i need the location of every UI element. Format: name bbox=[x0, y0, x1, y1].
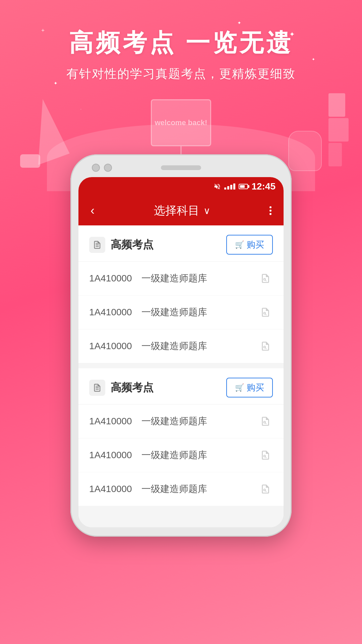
svg-line-3 bbox=[265, 314, 266, 315]
item-search-icon-1-3 bbox=[258, 339, 273, 354]
battery-icon bbox=[239, 184, 248, 189]
list-item-1-2[interactable]: 1A410000 一级建造师题库 bbox=[78, 296, 284, 329]
list-item-2-1[interactable]: 1A410000 一级建造师题库 bbox=[78, 405, 284, 438]
svg-line-11 bbox=[265, 491, 266, 492]
phone-mockup: 12:45 ‹ 选择科目 ∨ bbox=[70, 154, 292, 537]
svg-point-10 bbox=[264, 489, 265, 491]
phone-camera-1 bbox=[92, 164, 100, 172]
section-2-icon bbox=[89, 380, 105, 396]
svg-point-8 bbox=[264, 455, 265, 457]
item-text-2-3: 1A410000 一级建造师题库 bbox=[89, 483, 207, 495]
item-search-icon-2-1 bbox=[258, 414, 273, 429]
phone-camera-2 bbox=[104, 164, 112, 172]
hero-subtitle: 有针对性的学习真题考点，更精炼更细致 bbox=[66, 66, 296, 82]
section-1-title-area: 高频考点 bbox=[89, 237, 154, 253]
item-search-icon-1-2 bbox=[258, 305, 273, 320]
signal-icon bbox=[224, 183, 235, 190]
buy-button-1[interactable]: 🛒 购买 bbox=[226, 235, 273, 255]
dot-1 bbox=[269, 206, 272, 208]
item-search-icon-2-2 bbox=[258, 448, 273, 463]
svg-point-0 bbox=[264, 278, 265, 280]
phone-top-bar bbox=[78, 164, 284, 177]
dot-2 bbox=[269, 210, 272, 212]
section-1: 高频考点 🛒 购买 1A410000 一级建造师题库 bbox=[78, 225, 284, 363]
phone-speaker bbox=[161, 165, 201, 170]
item-search-icon-2-3 bbox=[258, 482, 273, 496]
section-2-header: 高频考点 🛒 购买 bbox=[78, 368, 284, 405]
svg-line-9 bbox=[265, 457, 266, 458]
item-text-1-3: 1A410000 一级建造师题库 bbox=[89, 340, 207, 353]
list-item-1-1[interactable]: 1A410000 一级建造师题库 bbox=[78, 262, 284, 296]
app-header: ‹ 选择科目 ∨ bbox=[78, 196, 284, 225]
svg-point-2 bbox=[264, 312, 265, 314]
content-area: 高频考点 🛒 购买 1A410000 一级建造师题库 bbox=[78, 225, 284, 527]
books-illustration bbox=[328, 93, 349, 168]
status-icons: 12:45 bbox=[214, 181, 276, 192]
section-1-header: 高频考点 🛒 购买 bbox=[78, 225, 284, 262]
welcome-back-text: welcome back! bbox=[155, 118, 207, 128]
list-item-2-2[interactable]: 1A410000 一级建造师题库 bbox=[78, 438, 284, 472]
chevron-down-icon: ∨ bbox=[203, 205, 210, 216]
buy-label-2: 购买 bbox=[247, 382, 264, 393]
back-button[interactable]: ‹ bbox=[88, 201, 97, 220]
svg-line-5 bbox=[265, 348, 266, 349]
cart-icon-1: 🛒 bbox=[235, 240, 244, 249]
section-2: 高频考点 🛒 购买 1A410000 一级建造师题库 bbox=[78, 368, 284, 506]
sparkle-icon-4: ✦ bbox=[312, 57, 315, 62]
svg-line-7 bbox=[265, 423, 266, 424]
dot-3 bbox=[269, 213, 272, 215]
header-title-area[interactable]: 选择科目 ∨ bbox=[154, 203, 210, 218]
status-time: 12:45 bbox=[251, 181, 276, 192]
item-text-1-1: 1A410000 一级建造师题库 bbox=[89, 272, 207, 285]
header-title: 选择科目 bbox=[154, 203, 199, 218]
backpack-illustration bbox=[288, 131, 322, 171]
svg-point-4 bbox=[264, 346, 265, 348]
phone-screen: 12:45 ‹ 选择科目 ∨ bbox=[78, 177, 284, 527]
sparkle-icon-1: ✦ bbox=[289, 30, 295, 38]
spotlight-illustration bbox=[7, 101, 60, 168]
more-options-button[interactable] bbox=[267, 204, 274, 218]
buy-button-2[interactable]: 🛒 购买 bbox=[226, 378, 273, 397]
item-search-icon-1-1 bbox=[258, 271, 273, 286]
section-1-title: 高频考点 bbox=[111, 237, 154, 252]
phone-frame: 12:45 ‹ 选择科目 ∨ bbox=[70, 154, 292, 537]
section-2-title-area: 高频考点 bbox=[89, 380, 154, 396]
sparkle-icon-6: ✦ bbox=[237, 20, 241, 25]
section-2-title: 高频考点 bbox=[111, 380, 154, 395]
svg-line-1 bbox=[265, 280, 266, 281]
whiteboard-illustration: welcome back! bbox=[151, 99, 211, 161]
hero-title: 高频考点 一览无遗 bbox=[69, 27, 293, 59]
svg-point-6 bbox=[264, 421, 265, 423]
item-text-1-2: 1A410000 一级建造师题库 bbox=[89, 306, 207, 319]
item-text-2-1: 1A410000 一级建造师题库 bbox=[89, 415, 207, 428]
cart-icon-2: 🛒 bbox=[235, 383, 244, 392]
status-bar: 12:45 bbox=[78, 177, 284, 196]
item-text-2-2: 1A410000 一级建造师题库 bbox=[89, 449, 207, 462]
list-item-2-3[interactable]: 1A410000 一级建造师题库 bbox=[78, 472, 284, 506]
mute-icon bbox=[214, 183, 221, 190]
section-1-icon bbox=[89, 237, 105, 253]
list-item-1-3[interactable]: 1A410000 一级建造师题库 bbox=[78, 329, 284, 363]
phone-cameras bbox=[92, 164, 112, 172]
sparkle-icon-3: ＋ bbox=[40, 27, 46, 34]
buy-label-1: 购买 bbox=[247, 239, 264, 251]
